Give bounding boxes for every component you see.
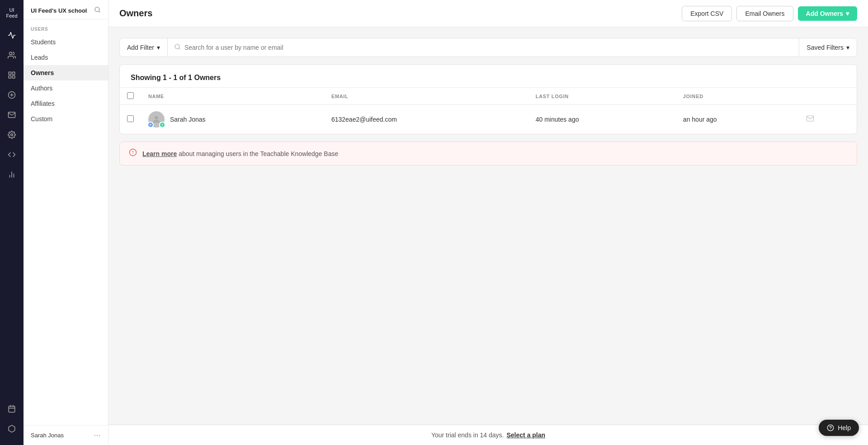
svg-point-0 [9, 52, 12, 55]
add-filter-button[interactable]: Add Filter ▾ [120, 38, 168, 57]
rail-icon-users[interactable] [4, 47, 20, 63]
main-area: Owners Export CSV Email Owners Add Owner… [108, 0, 868, 445]
add-owners-chevron-icon: ▾ [846, 10, 849, 17]
rail-icon-activity[interactable] [4, 27, 20, 43]
search-icon [174, 43, 181, 52]
saved-filters-button[interactable]: Saved Filters ▾ [799, 38, 857, 57]
sidebar-item-leads[interactable]: Leads [24, 50, 108, 65]
row-checkbox-cell [120, 105, 141, 134]
help-icon [827, 424, 834, 431]
table-col-email: EMAIL [324, 88, 528, 105]
sidebar-bottom: Sarah Jonas ⋯ [24, 425, 108, 445]
svg-point-20 [155, 116, 158, 119]
bottom-bar: Your trial ends in 14 days. Select a pla… [108, 425, 868, 445]
svg-rect-1 [9, 72, 11, 75]
table-col-joined: JOINED [676, 88, 799, 105]
add-owners-button[interactable]: Add Owners ▾ [798, 6, 857, 21]
row-email-action-cell [799, 105, 857, 134]
saved-filters-chevron-icon: ▾ [846, 44, 849, 51]
sidebar: UI Feed's UX school USERS Students Leads… [24, 0, 108, 445]
school-name: UI Feed's UX school [31, 7, 90, 14]
sidebar-item-authors[interactable]: Authors [24, 80, 108, 96]
info-banner: Learn more about managing users in the T… [119, 142, 857, 166]
icon-rail: UIFeed [0, 0, 24, 445]
sidebar-item-students[interactable]: Students [24, 34, 108, 50]
topbar-actions: Export CSV Email Owners Add Owners ▾ [682, 6, 857, 21]
sidebar-search-icon[interactable] [94, 6, 101, 14]
svg-rect-12 [9, 406, 15, 412]
search-area [168, 43, 799, 52]
user-name: Sarah Jonas [170, 116, 206, 123]
select-plan-link[interactable]: Select a plan [507, 431, 546, 439]
table-col-last-login: LAST LOGIN [528, 88, 676, 105]
filter-bar: Add Filter ▾ Saved Filters ▾ [119, 38, 857, 57]
sidebar-header: UI Feed's UX school [24, 0, 108, 19]
rail-icon-integrations[interactable] [4, 147, 20, 163]
trial-text: Your trial ends in 14 days. [431, 431, 504, 439]
svg-rect-4 [13, 76, 15, 78]
svg-point-8 [11, 134, 13, 136]
learn-more-link[interactable]: Learn more [142, 150, 177, 157]
svg-line-19 [179, 48, 180, 49]
content-area: Add Filter ▾ Saved Filters ▾ Showing 1 -… [108, 27, 868, 425]
badge-p: P [147, 122, 154, 128]
topbar: Owners Export CSV Email Owners Add Owner… [108, 0, 868, 27]
export-csv-button[interactable]: Export CSV [682, 6, 732, 21]
row-email-icon[interactable] [806, 115, 814, 124]
table-header-checkbox [120, 88, 141, 105]
rail-icon-email[interactable] [4, 107, 20, 123]
sidebar-item-affiliates[interactable]: Affiliates [24, 96, 108, 111]
sidebar-item-owners[interactable]: Owners [24, 65, 108, 80]
row-email-cell: 6132eae2@uifeed.com [324, 105, 528, 134]
owners-table: NAME EMAIL LAST LOGIN JOINED [120, 87, 857, 134]
avatar: P T [148, 111, 165, 128]
sidebar-item-custom[interactable]: Custom [24, 111, 108, 127]
info-banner-text: Learn more about managing users in the T… [142, 150, 338, 157]
app-logo: UIFeed [4, 7, 19, 19]
svg-rect-2 [13, 72, 15, 75]
select-all-checkbox[interactable] [127, 92, 134, 99]
page-title: Owners [119, 8, 682, 19]
owners-table-card: Showing 1 - 1 of 1 Owners NAME EMAIL [119, 64, 857, 134]
users-section-label: USERS [24, 19, 108, 34]
table-header: Showing 1 - 1 of 1 Owners [120, 65, 857, 87]
table-col-name: NAME [141, 88, 324, 105]
table-col-actions [799, 88, 857, 105]
svg-line-17 [99, 11, 100, 12]
rail-icon-revenue[interactable] [4, 87, 20, 103]
search-input[interactable] [184, 44, 793, 51]
row-checkbox[interactable] [127, 115, 134, 122]
rail-icon-calendar[interactable] [4, 401, 20, 417]
user-cell: P T Sarah Jonas [148, 111, 317, 128]
showing-text: Showing 1 - 1 of 1 Owners [131, 74, 221, 81]
row-name-cell: P T Sarah Jonas [141, 105, 324, 134]
email-owners-button[interactable]: Email Owners [736, 6, 793, 21]
help-button[interactable]: Help [819, 420, 859, 436]
row-joined-cell: an hour ago [676, 105, 799, 134]
badge-t: T [159, 122, 165, 128]
rail-icon-reports[interactable] [4, 166, 20, 183]
sidebar-user-name: Sarah Jonas [31, 432, 90, 439]
add-filter-chevron-icon: ▾ [157, 44, 160, 51]
rail-icon-settings[interactable] [4, 127, 20, 143]
table-row: P T Sarah Jonas 6132eae2@uifeed.com 40 m… [120, 105, 857, 134]
rail-icon-analytics[interactable] [4, 421, 20, 437]
row-last-login-cell: 40 minutes ago [528, 105, 676, 134]
info-banner-icon [129, 148, 137, 159]
rail-icon-dashboard[interactable] [4, 67, 20, 83]
sidebar-more-icon[interactable]: ⋯ [94, 431, 101, 440]
svg-rect-3 [9, 76, 11, 78]
